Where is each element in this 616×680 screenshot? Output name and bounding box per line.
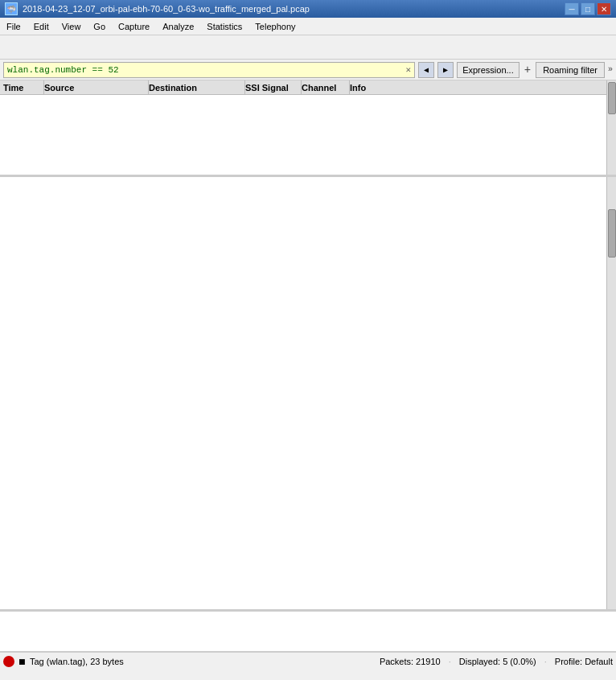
status-bar: ⏹ Tag (wlan.tag), 23 bytes Packets: 2191… — [0, 652, 616, 670]
menu-bar: FileEditViewGoCaptureAnalyzeStatisticsTe… — [0, 18, 616, 35]
menu-item-edit[interactable]: Edit — [27, 18, 55, 35]
status-indicator — [3, 656, 14, 667]
scrollbar-thumb[interactable] — [608, 82, 616, 114]
filter-more-button[interactable]: » — [608, 65, 613, 74]
col-header-chan[interactable]: Channel — [302, 80, 350, 94]
filter-clear-button[interactable]: ✕ — [406, 64, 412, 75]
menu-item-telephony[interactable]: Telephony — [248, 18, 302, 35]
maximize-button[interactable]: □ — [581, 2, 595, 15]
filter-container: ✕ — [3, 62, 415, 78]
hex-pane — [0, 612, 616, 652]
filter-next-button[interactable]: ▶ — [437, 62, 454, 78]
filter-input[interactable] — [7, 65, 406, 75]
menu-item-file[interactable]: File — [0, 18, 27, 35]
title-bar: 🦈 2018-04-23_12-07_orbi-pal-ebh-70-60_0-… — [0, 0, 616, 18]
title-text: 2018-04-23_12-07_orbi-pal-ebh-70-60_0-63… — [23, 4, 565, 14]
close-button[interactable]: ✕ — [597, 2, 611, 15]
menu-item-view[interactable]: View — [55, 18, 88, 35]
profile: Profile: Default — [555, 657, 613, 666]
menu-item-statistics[interactable]: Statistics — [200, 18, 248, 35]
toolbar — [0, 35, 616, 60]
packet-list: Time Source Destination SSI Signal Chann… — [0, 80, 616, 177]
packet-details-scrollbar[interactable] — [606, 177, 616, 609]
filter-bar: ✕ ◀ ▶ Expression... + Roaming filter » — [0, 60, 616, 80]
col-header-dest[interactable]: Destination — [149, 80, 245, 94]
packet-details[interactable] — [0, 177, 616, 612]
window-controls: ─ □ ✕ — [565, 2, 611, 15]
expression-button[interactable]: Expression... — [457, 62, 519, 78]
menu-item-capture[interactable]: Capture — [112, 18, 156, 35]
app-icon: 🦈 — [5, 2, 18, 15]
roaming-filter-button[interactable]: Roaming filter — [536, 62, 605, 78]
menu-item-go[interactable]: Go — [87, 18, 112, 35]
col-header-ssi[interactable]: SSI Signal — [245, 80, 302, 94]
status-right: Packets: 21910 · Displayed: 5 (0.0%) · P… — [380, 657, 613, 666]
col-header-source[interactable]: Source — [44, 80, 149, 94]
packet-list-scrollbar[interactable] — [606, 80, 616, 175]
packet-list-header: Time Source Destination SSI Signal Chann… — [0, 80, 616, 95]
col-header-info[interactable]: Info — [350, 83, 616, 93]
filter-prev-button[interactable]: ◀ — [418, 62, 434, 78]
details-scrollbar-thumb[interactable] — [608, 209, 616, 258]
filter-plus-button[interactable]: + — [524, 64, 531, 76]
packets-count: Packets: 21910 — [380, 657, 441, 666]
status-left: ⏹ Tag (wlan.tag), 23 bytes — [3, 656, 380, 667]
menu-item-analyze[interactable]: Analyze — [156, 18, 200, 35]
status-stop-icon: ⏹ — [18, 657, 27, 666]
col-header-time[interactable]: Time — [0, 80, 44, 94]
minimize-button[interactable]: ─ — [565, 2, 579, 15]
tag-info: Tag (wlan.tag), 23 bytes — [30, 657, 124, 666]
displayed-count: Displayed: 5 (0.0%) — [459, 657, 536, 666]
